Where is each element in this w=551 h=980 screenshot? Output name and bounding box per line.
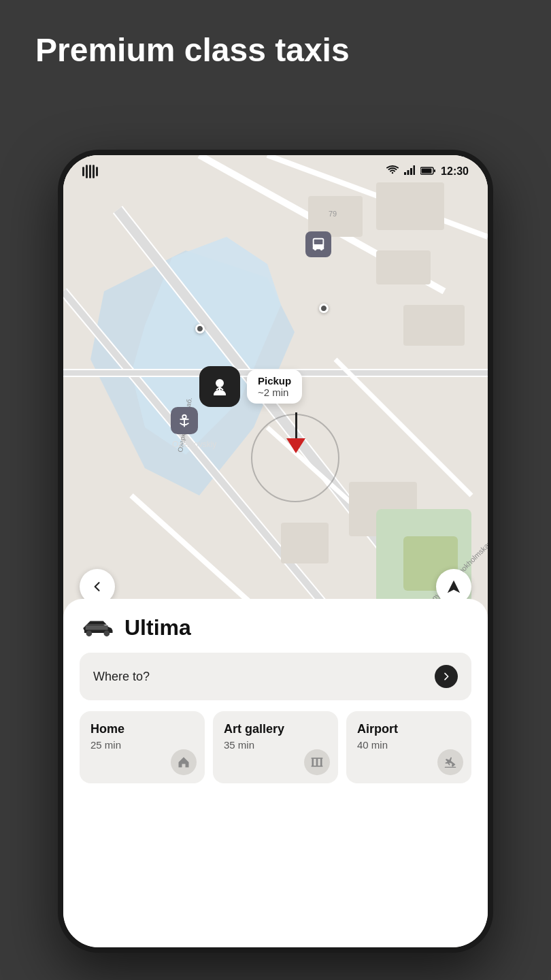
bottom-panel: Ultima Where to? Home 25 min [63, 599, 488, 947]
svg-rect-23 [376, 250, 431, 284]
taxi-marker-2 [319, 304, 329, 313]
svg-point-49 [86, 630, 93, 636]
svg-rect-24 [403, 305, 465, 346]
svg-point-41 [182, 415, 186, 419]
svg-rect-56 [320, 759, 322, 766]
dest-name-airport: Airport [357, 722, 461, 736]
airport-icon-wrap [437, 749, 463, 775]
destination-card-art-gallery[interactable]: Art gallery 35 min [213, 711, 338, 783]
location-pin [286, 412, 305, 453]
svg-point-50 [104, 630, 110, 636]
page-title: Premium class taxis [0, 0, 551, 89]
svg-text:79: 79 [329, 210, 337, 218]
pickup-label: Pickup [258, 375, 291, 387]
pickup-tooltip: Pickup ~2 min [199, 366, 302, 407]
svg-rect-53 [312, 757, 323, 759]
svg-rect-0 [404, 172, 406, 175]
status-bar: 12:30 [63, 155, 488, 188]
where-to-label: Where to? [93, 670, 150, 684]
pickup-text: Pickup ~2 min [247, 370, 302, 404]
home-icon-wrap [171, 749, 197, 775]
status-left [82, 165, 98, 178]
phone-screen: 12:30 [63, 155, 488, 947]
service-name: Ultima [124, 615, 191, 640]
svg-point-44 [216, 379, 224, 387]
car-icon [80, 619, 115, 638]
dest-name-home: Home [90, 722, 194, 736]
service-header: Ultima [80, 615, 471, 640]
svg-rect-57 [445, 767, 456, 768]
vibrate-icon [82, 165, 98, 178]
art-gallery-icon-wrap [304, 749, 330, 775]
svg-marker-48 [448, 581, 460, 593]
where-to-arrow-button[interactable] [435, 665, 458, 688]
svg-rect-51 [86, 625, 108, 630]
phone-device: 12:30 [58, 150, 493, 953]
status-time: 12:30 [441, 165, 469, 178]
destination-card-airport[interactable]: Airport 40 min [346, 711, 471, 783]
taxi-marker-1 [195, 324, 205, 333]
svg-rect-3 [414, 165, 416, 175]
svg-rect-2 [410, 168, 412, 175]
dest-name-art-gallery: Art gallery [224, 722, 327, 736]
svg-rect-37 [314, 240, 323, 244]
svg-rect-40 [313, 247, 324, 250]
svg-rect-6 [434, 169, 435, 172]
svg-rect-55 [316, 759, 318, 766]
svg-rect-26 [281, 523, 329, 564]
wifi-icon [386, 165, 399, 178]
destination-card-home[interactable]: Home 25 min [80, 711, 205, 783]
signal-icon [404, 165, 415, 178]
anchor-poi [171, 407, 198, 434]
transit-poi [305, 231, 331, 257]
pickup-time: ~2 min [258, 387, 291, 398]
svg-rect-22 [376, 182, 444, 230]
svg-rect-54 [312, 759, 314, 766]
poi-label-ozerkovskiy: Ozerkovskiy [172, 440, 216, 449]
map-view: Nizhnyaya Krasnokholmskaya Озерковская н… [63, 155, 488, 618]
svg-rect-1 [407, 170, 410, 175]
destination-cards: Home 25 min Art gallery 35 min [80, 711, 471, 783]
pickup-icon [199, 366, 240, 407]
where-to-bar[interactable]: Where to? [80, 653, 471, 700]
battery-icon [420, 165, 435, 178]
status-right: 12:30 [386, 165, 469, 178]
dest-time-airport: 40 min [357, 739, 461, 751]
svg-rect-52 [312, 766, 323, 767]
dest-time-art-gallery: 35 min [224, 739, 327, 751]
dest-time-home: 25 min [90, 739, 194, 751]
svg-rect-5 [422, 169, 432, 174]
